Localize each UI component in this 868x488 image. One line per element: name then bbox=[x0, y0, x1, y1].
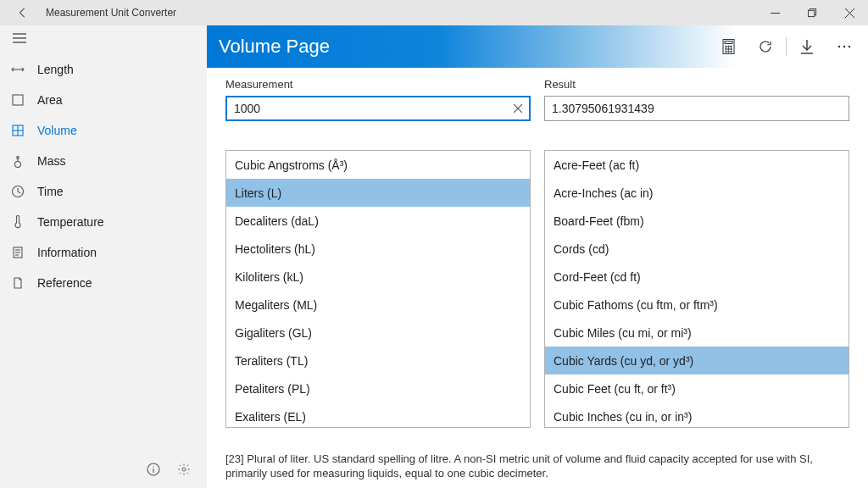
svg-point-32 bbox=[727, 51, 729, 53]
svg-point-27 bbox=[730, 46, 732, 47]
area-icon bbox=[10, 92, 25, 108]
page-title: Volume Page bbox=[219, 36, 330, 58]
list-item[interactable]: Cubic Feet (cu ft, or ft³) bbox=[545, 374, 849, 402]
toolbar-divider bbox=[786, 37, 787, 56]
svg-point-30 bbox=[730, 48, 732, 50]
sidebar-item-label: Area bbox=[37, 93, 63, 107]
sidebar-item-information[interactable]: Information bbox=[0, 237, 206, 268]
information-icon bbox=[10, 245, 25, 260]
sidebar-item-label: Information bbox=[37, 246, 97, 259]
list-item[interactable]: Exaliters (EL) bbox=[226, 402, 530, 428]
unit-description: [23] Plural of liter. US standard spelli… bbox=[225, 452, 849, 481]
title-bar: Measurement Unit Converter bbox=[0, 0, 868, 25]
unit-lists: Cubic Angstroms (Å³)Liters (L)Decaliters… bbox=[225, 150, 849, 443]
svg-rect-2 bbox=[808, 10, 814, 16]
from-unit-list[interactable]: Cubic Angstroms (Å³)Liters (L)Decaliters… bbox=[225, 150, 531, 428]
list-item[interactable]: Cords (cd) bbox=[545, 235, 849, 263]
time-icon bbox=[10, 184, 25, 199]
list-item[interactable]: Cubic Yards (cu yd, or yd³) bbox=[545, 347, 849, 374]
svg-point-31 bbox=[725, 51, 726, 53]
sidebar-item-length[interactable]: Length bbox=[0, 54, 206, 85]
sidebar-item-label: Time bbox=[37, 185, 64, 198]
sidebar: LengthAreaVolumeMassTimeTemperatureInfor… bbox=[0, 25, 207, 488]
svg-point-28 bbox=[725, 48, 726, 50]
list-item[interactable]: Gigaliters (GL) bbox=[226, 319, 530, 347]
volume-icon bbox=[10, 123, 25, 138]
settings-button[interactable] bbox=[172, 458, 196, 481]
list-item[interactable]: Acre-Feet (ac ft) bbox=[545, 151, 849, 179]
sidebar-item-time[interactable]: Time bbox=[0, 176, 206, 207]
calculator-button[interactable] bbox=[709, 25, 747, 68]
svg-point-22 bbox=[182, 468, 186, 471]
input-row: Measurement Result bbox=[225, 78, 849, 121]
list-item[interactable]: Megaliters (ML) bbox=[226, 291, 530, 319]
hamburger-button[interactable] bbox=[10, 29, 29, 47]
measurement-column: Measurement bbox=[225, 78, 531, 121]
info-button[interactable] bbox=[142, 458, 165, 481]
list-item[interactable]: Liters (L) bbox=[226, 179, 530, 207]
temperature-icon bbox=[10, 214, 25, 230]
sidebar-top bbox=[0, 25, 206, 51]
list-item[interactable]: Cubic Fathoms (cu ftm, or ftm³) bbox=[545, 291, 849, 319]
svg-point-36 bbox=[838, 46, 840, 47]
more-button[interactable] bbox=[826, 25, 863, 68]
list-item[interactable]: Petaliters (PL) bbox=[226, 374, 530, 402]
content-area: Volume Page Measurement bbox=[207, 25, 868, 488]
sidebar-item-label: Temperature bbox=[37, 215, 104, 229]
length-icon bbox=[10, 62, 25, 77]
mass-icon bbox=[10, 153, 25, 169]
sidebar-bottom bbox=[0, 452, 206, 488]
clear-input-button[interactable] bbox=[510, 101, 526, 116]
list-item[interactable]: Cord-Feet (cd ft) bbox=[545, 263, 849, 291]
to-unit-list[interactable]: Acre-Feet (ac ft)Acre-Inches (ac in)Boar… bbox=[544, 150, 849, 428]
result-column: Result bbox=[544, 78, 849, 121]
list-item[interactable]: Hectoliters (hL) bbox=[226, 235, 530, 263]
list-item[interactable]: Cubic Miles (cu mi, or mi³) bbox=[545, 319, 849, 347]
reference-icon bbox=[10, 275, 25, 291]
list-item[interactable]: Board-Feet (fbm) bbox=[545, 207, 849, 235]
list-item[interactable]: Decaliters (daL) bbox=[226, 207, 530, 235]
sidebar-item-temperature[interactable]: Temperature bbox=[0, 207, 206, 237]
svg-point-26 bbox=[727, 46, 729, 47]
sidebar-item-label: Volume bbox=[37, 124, 77, 137]
list-item[interactable]: Cubic Angstroms (Å³) bbox=[226, 151, 530, 179]
list-item[interactable]: Acre-Inches (ac in) bbox=[545, 179, 849, 207]
sidebar-item-mass[interactable]: Mass bbox=[0, 146, 206, 176]
header-tools bbox=[709, 25, 863, 68]
list-item[interactable]: Cubic Inches (cu in, or in³) bbox=[545, 402, 849, 428]
page-header: Volume Page bbox=[207, 25, 868, 68]
sidebar-item-label: Reference bbox=[37, 276, 92, 290]
minimize-button[interactable] bbox=[756, 0, 793, 25]
svg-point-29 bbox=[727, 48, 729, 50]
result-output[interactable] bbox=[544, 96, 849, 121]
sidebar-item-area[interactable]: Area bbox=[0, 85, 206, 115]
measurement-input[interactable] bbox=[225, 96, 531, 121]
svg-point-20 bbox=[153, 466, 153, 467]
measurement-label: Measurement bbox=[225, 78, 531, 91]
measurement-input-wrap bbox=[225, 96, 531, 121]
list-item[interactable]: Teraliters (TL) bbox=[226, 347, 530, 374]
svg-point-38 bbox=[849, 46, 850, 47]
content-body: Measurement Result Cubic Angstroms (Å³)L… bbox=[207, 68, 868, 488]
svg-point-25 bbox=[725, 46, 726, 47]
app-title: Measurement Unit Converter bbox=[46, 7, 176, 19]
list-item[interactable]: Kiloliters (kL) bbox=[226, 263, 530, 291]
sidebar-items: LengthAreaVolumeMassTimeTemperatureInfor… bbox=[0, 51, 206, 298]
main-area: LengthAreaVolumeMassTimeTemperatureInfor… bbox=[0, 25, 868, 488]
close-button[interactable] bbox=[831, 0, 868, 25]
sidebar-item-reference[interactable]: Reference bbox=[0, 268, 206, 298]
sidebar-item-label: Length bbox=[37, 63, 74, 76]
svg-rect-24 bbox=[725, 42, 732, 44]
svg-point-13 bbox=[15, 162, 21, 168]
maximize-button[interactable] bbox=[793, 0, 831, 25]
back-button[interactable] bbox=[14, 3, 32, 22]
download-button[interactable] bbox=[788, 25, 826, 68]
refresh-button[interactable] bbox=[747, 25, 784, 68]
sidebar-item-volume[interactable]: Volume bbox=[0, 115, 206, 146]
svg-rect-9 bbox=[13, 95, 23, 105]
sidebar-item-label: Mass bbox=[37, 154, 65, 168]
result-label: Result bbox=[544, 78, 849, 91]
svg-point-33 bbox=[730, 51, 732, 53]
svg-point-37 bbox=[843, 46, 845, 47]
